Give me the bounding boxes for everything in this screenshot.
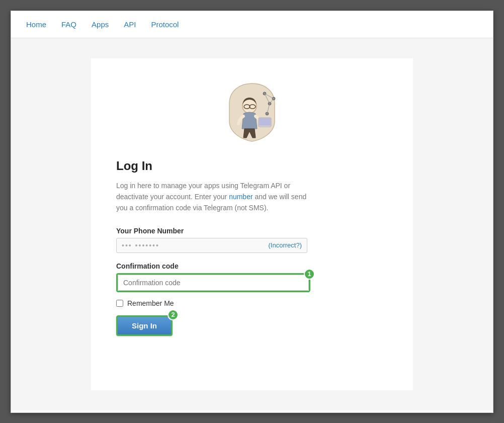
nav-home[interactable]: Home (26, 20, 46, 29)
sign-in-button[interactable]: Sign In (116, 315, 173, 336)
login-title: Log In (116, 159, 388, 173)
confirmation-input[interactable] (118, 275, 309, 291)
confirmation-field-group: Confirmation code 1 (116, 262, 388, 292)
confirmation-input-wrapper: 1 (116, 273, 310, 292)
remember-me-label[interactable]: Remember Me (127, 299, 174, 307)
number-link[interactable]: number (229, 193, 253, 201)
phone-input-wrapper: ••• ••••••• (Incorrect?) (116, 238, 307, 253)
nav-protocol[interactable]: Protocol (151, 20, 179, 29)
nav-apps[interactable]: Apps (92, 20, 109, 29)
browser-window: Home FAQ Apps API Protocol (11, 11, 493, 413)
page-content: Log In Log in here to manage your apps u… (11, 38, 493, 410)
phone-label: Your Phone Number (116, 227, 388, 235)
remember-me-row: Remember Me (116, 299, 388, 307)
nav-api[interactable]: API (124, 20, 136, 29)
incorrect-link[interactable]: (Incorrect?) (269, 241, 302, 249)
login-description: Log in here to manage your apps using Te… (116, 180, 307, 214)
login-container: Log In Log in here to manage your apps u… (91, 58, 413, 390)
nav-faq[interactable]: FAQ (61, 20, 76, 29)
remember-me-checkbox[interactable] (116, 300, 123, 307)
nav-bar: Home FAQ Apps API Protocol (11, 11, 493, 38)
confirmation-label: Confirmation code (116, 262, 388, 270)
svg-rect-13 (259, 118, 271, 126)
mascot-image (219, 78, 285, 144)
phone-value: ••• ••••••• (122, 241, 269, 249)
step-2-badge: 2 (167, 309, 179, 320)
sign-in-wrapper: Sign In 2 (116, 315, 173, 336)
step-1-badge: 1 (304, 269, 315, 280)
